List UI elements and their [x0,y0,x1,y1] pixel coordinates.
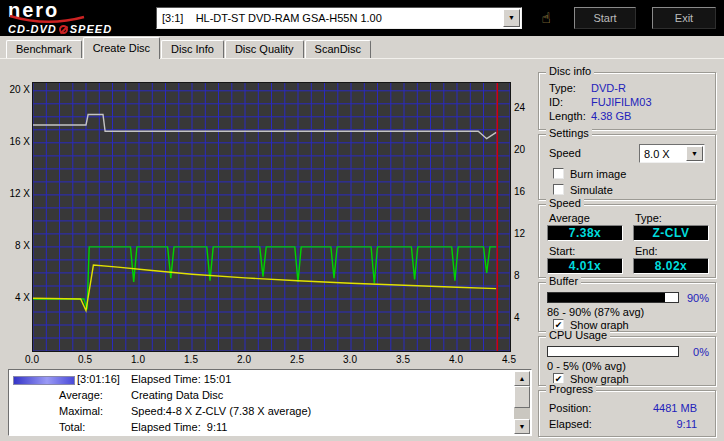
scrollbar-thumb[interactable] [514,386,530,408]
settings-group: Settings Speed 8.0 X ▼ Burn image Simula… [538,134,716,200]
end-label: End: [635,245,658,257]
nero-logo: nero CD-DVDSPEED [8,1,153,35]
logo-product-text: CD-DVDSPEED [8,23,153,35]
mini-progress-bar [13,376,75,385]
series-write-speed [33,247,496,310]
y-right-tick-label: 4 [514,312,538,323]
simulate-checkbox[interactable] [553,184,564,195]
log-row: Total: Elapsed Time: 9:11 [9,421,509,436]
log-value: Creating Data Disc [131,389,223,401]
log-row: Maximal: Speed:4-8 X Z-CLV (7.38 X avera… [9,405,509,420]
y-right-tick-label: 8 [514,270,538,281]
log-label: Total: [59,421,85,433]
y-right-tick-label: 16 [514,186,538,197]
elapsed-value: 9:11 [589,418,697,430]
y-left-tick-label: 16 X [2,136,30,147]
log-value: Speed:4-8 X Z-CLV (7.38 X average) [131,405,311,417]
x-tick-label: 2.0 [234,354,254,365]
group-title: Buffer [546,275,581,287]
scroll-down-icon[interactable]: ▼ [514,419,530,434]
cpu-bar [547,346,679,357]
tab-scandisc[interactable]: ScanDisc [305,40,371,58]
disc-id-value: FUJIFILM03 [591,96,652,108]
log-value: Elapsed Time: 15:01 [131,373,231,385]
tab-create-disc[interactable]: Create Disc [83,37,160,59]
disc-id-label: ID: [549,96,563,108]
start-speed-display: 4.01x [547,258,623,274]
scroll-up-icon[interactable]: ▲ [514,371,530,386]
buffer-percent: 90% [687,292,709,304]
log-label: Maximal: [59,405,103,417]
drive-select-value: [3:1] HL-DT-ST DVD-RAM GSA-H55N 1.00 [157,12,503,24]
buffer-group: Buffer 90% 86 - 90% (87% avg) ✔ Show gra… [538,282,716,332]
disc-length-label: Length: [549,110,586,122]
hand-icon: ☝ [541,9,550,27]
y-right-tick-label: 20 [514,144,538,155]
x-tick-label: 2.5 [287,354,307,365]
x-tick-label: 4.0 [446,354,466,365]
progress-group: Progress Position: 4481 MB Elapsed: 9:11 [538,390,716,437]
disc-info-group: Disc info Type: DVD-R ID: FUJIFILM03 Len… [538,72,716,130]
exit-button[interactable]: Exit [652,7,716,29]
position-label: Position: [549,402,591,414]
tab-bar: BenchmarkCreate DiscDisc InfoDisc Qualit… [0,36,724,59]
status-scrollbar[interactable]: ▲ ▼ [514,371,530,434]
status-log: [3:01:16] Elapsed Time: 15:01 Average: C… [8,369,532,436]
speed-slash-icon [59,25,68,34]
start-button[interactable]: Start [574,7,636,29]
cpu-usage-group: CPU Usage 0% 0 - 5% (0% avg) ✔ Show grap… [538,336,716,386]
title-bar: nero CD-DVDSPEED [3:1] HL-DT-ST DVD-RAM … [0,0,724,36]
average-speed-display: 7.38x [547,225,623,241]
type-display: Z-CLV [633,225,709,241]
x-tick-label: 0.5 [75,354,95,365]
y-left-tick-label: 12 X [2,188,30,199]
speed-setting-label: Speed [549,147,581,159]
tab-benchmark[interactable]: Benchmark [6,40,82,58]
log-label: Average: [59,389,103,401]
y-left-tick-label: 20 X [2,84,30,95]
group-title: Speed [546,197,584,209]
group-title: Settings [546,127,592,139]
buffer-bar [547,292,679,303]
dropdown-arrow-icon[interactable]: ▼ [686,146,703,161]
tab-disc-quality[interactable]: Disc Quality [225,40,304,58]
tab-disc-info[interactable]: Disc Info [161,40,224,58]
dropdown-arrow-icon[interactable]: ▼ [503,9,520,27]
log-value: Elapsed Time: 9:11 [131,421,227,433]
type-label: Type: [635,212,662,224]
speed-group: Speed Average Type: 7.38x Z-CLV Start: E… [538,204,716,278]
speed-select[interactable]: 8.0 X ▼ [639,144,705,163]
simulate-label: Simulate [570,184,613,196]
buffer-bar-fill [548,293,665,302]
x-tick-label: 1.0 [128,354,148,365]
series-buffer-level [33,115,496,139]
cpu-range-text: 0 - 5% (0% avg) [547,360,626,372]
cpu-percent: 0% [693,346,709,358]
drive-select[interactable]: [3:1] HL-DT-ST DVD-RAM GSA-H55N 1.00 ▼ [156,7,522,29]
x-tick-label: 3.5 [393,354,413,365]
x-tick-label: 0.0 [22,354,42,365]
group-title: Disc info [546,65,594,77]
burn-image-checkbox[interactable] [553,168,564,179]
log-row: Average: Creating Data Disc [9,389,509,404]
y-left-tick-label: 8 X [2,240,30,251]
hand-cursor-button[interactable]: ☝ [532,6,560,30]
nero-cd-dvd-speed-window: nero CD-DVDSPEED [3:1] HL-DT-ST DVD-RAM … [0,0,724,441]
disc-type-value: DVD-R [591,82,626,94]
x-tick-label: 4.5 [499,354,519,365]
buffer-range-text: 86 - 90% (87% avg) [547,306,644,318]
disc-length-value: 4.38 GB [591,110,631,122]
y-left-tick-label: 4 X [2,292,30,303]
position-value: 4481 MB [589,402,697,414]
end-speed-display: 8.02x [633,258,709,274]
group-title: Progress [546,383,596,395]
series-average-speed [33,265,496,311]
x-tick-label: 1.5 [181,354,201,365]
disc-type-label: Type: [549,82,576,94]
logo-speed-text: SPEED [70,23,112,35]
start-label: Start: [549,245,575,257]
y-right-tick-label: 12 [514,228,538,239]
average-label: Average [549,212,590,224]
speed-select-value: 8.0 X [640,148,686,160]
x-tick-label: 3.0 [340,354,360,365]
